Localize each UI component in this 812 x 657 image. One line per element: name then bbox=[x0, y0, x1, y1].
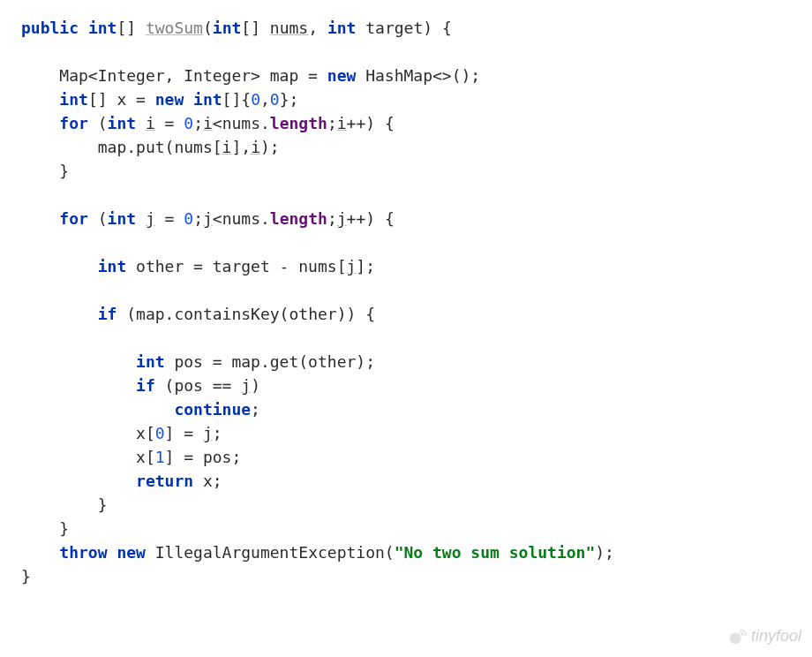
kw-if-2: if bbox=[136, 376, 155, 395]
pos-eq: (pos == bbox=[155, 376, 242, 395]
pos-decl: pos = map.get(other); bbox=[165, 352, 375, 371]
kw-int-9: int bbox=[136, 352, 165, 371]
kw-int-5: int bbox=[193, 90, 222, 109]
var-j-6: j bbox=[203, 424, 213, 442]
close-paren: ); bbox=[595, 543, 614, 562]
x0-left: x[ bbox=[136, 424, 155, 442]
brackets: [] bbox=[117, 19, 136, 37]
var-j-1: j bbox=[146, 209, 155, 228]
svg-point-0 bbox=[730, 632, 741, 644]
kw-continue: continue bbox=[174, 400, 251, 419]
exception-class: IllegalArgumentException( bbox=[146, 543, 395, 562]
var-j-5: j bbox=[241, 376, 251, 395]
kw-int-8: int bbox=[98, 257, 127, 276]
map-put-left: map.put(nums[ bbox=[98, 138, 222, 156]
contains-left: (map.containsKey(other)) { bbox=[117, 305, 375, 323]
kw-if-1: if bbox=[98, 305, 117, 323]
kw-int-6: int bbox=[108, 114, 137, 132]
param-nums: nums bbox=[270, 19, 308, 37]
kw-int-3: int bbox=[327, 19, 357, 37]
map-decl-left: Map<Integer, Integer> map = bbox=[59, 66, 327, 85]
var-i-1: i bbox=[146, 114, 155, 132]
var-i-4: i bbox=[222, 138, 232, 156]
return-stmt: x; bbox=[193, 472, 222, 490]
x0-close: ] = bbox=[165, 424, 203, 442]
map-decl-right: HashMap<>(); bbox=[356, 66, 480, 85]
kw-throw: throw bbox=[59, 543, 107, 562]
var-nums-2: nums bbox=[222, 209, 260, 228]
exception-msg: "No two sum solution" bbox=[395, 543, 596, 562]
watermark: tinyfool bbox=[728, 624, 801, 648]
kw-public: public bbox=[21, 19, 79, 37]
kw-return: return bbox=[136, 472, 193, 490]
kw-new-1: new bbox=[327, 66, 357, 85]
x1-close: ] = bbox=[165, 448, 203, 466]
var-i-2: i bbox=[203, 114, 213, 132]
var-i-5: i bbox=[251, 138, 260, 156]
var-nums-1: nums bbox=[222, 114, 260, 132]
x1-left: x[ bbox=[136, 448, 155, 466]
num-0c: 0 bbox=[184, 114, 193, 132]
kw-for-2: for bbox=[59, 209, 88, 228]
var-i-3: i bbox=[337, 114, 347, 132]
num-1: 1 bbox=[155, 448, 165, 466]
kw-int-7: int bbox=[108, 209, 137, 228]
kw-int: int bbox=[88, 19, 117, 37]
code-block: public int[] twoSum(int[] nums, int targ… bbox=[21, 16, 791, 588]
num-0a: 0 bbox=[251, 90, 260, 109]
weibo-icon bbox=[728, 627, 748, 646]
kw-int-2: int bbox=[213, 19, 242, 37]
map-put-right: ], bbox=[231, 138, 251, 156]
num-0d: 0 bbox=[184, 209, 193, 228]
x-decl-mid: []{ bbox=[222, 90, 252, 109]
var-j-4: j bbox=[346, 257, 356, 276]
param-target: target bbox=[365, 19, 423, 37]
num-0e: 0 bbox=[155, 424, 165, 442]
method-name: twoSum bbox=[146, 19, 203, 37]
var-j-3: j bbox=[337, 209, 347, 228]
kw-new-3: new bbox=[117, 543, 146, 562]
var-j-2: j bbox=[203, 209, 213, 228]
field-length-1: length bbox=[270, 114, 327, 132]
kw-for-1: for bbox=[59, 114, 88, 132]
watermark-text: tinyfool bbox=[751, 624, 801, 648]
x-decl-left: [] x = bbox=[88, 90, 155, 109]
kw-int-4: int bbox=[59, 90, 88, 109]
kw-new-2: new bbox=[155, 90, 184, 109]
num-0b: 0 bbox=[270, 90, 280, 109]
brackets-2: [] bbox=[241, 19, 260, 37]
field-length-2: length bbox=[270, 209, 327, 228]
other-decl-left: other = target - nums[ bbox=[126, 257, 346, 276]
